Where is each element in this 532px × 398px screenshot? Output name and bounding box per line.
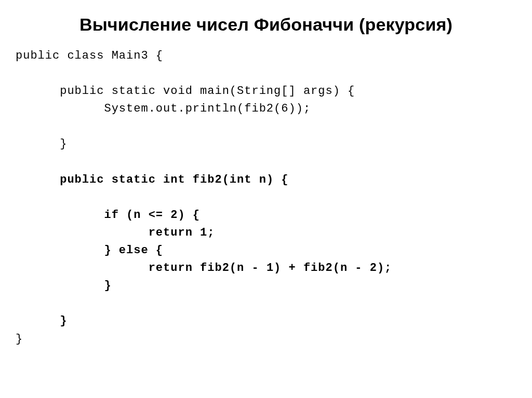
- code-bold: public static int fib2(int n) {: [60, 173, 288, 186]
- code-bold: }: [104, 279, 111, 292]
- slide: Вычисление чисел Фибоначчи (рекурсия) pu…: [0, 0, 532, 398]
- code-indent: [16, 244, 104, 257]
- code-line: public static void main(String[] args) {: [16, 85, 355, 98]
- code-indent: [16, 173, 60, 186]
- code-indent: [16, 209, 104, 222]
- code-line: }: [16, 333, 23, 346]
- code-line: System.out.println(fib2(6));: [16, 102, 311, 115]
- code-bold: if (n <= 2) {: [104, 209, 200, 222]
- code-indent: [16, 279, 104, 292]
- code-indent: [16, 262, 149, 275]
- code-line: public class Main3 {: [16, 49, 163, 62]
- code-bold: return 1;: [149, 226, 215, 239]
- code-indent: [16, 314, 60, 327]
- code-bold: return fib2(n - 1) + fib2(n - 2);: [149, 262, 392, 275]
- code-line: }: [16, 138, 67, 150]
- code-indent: [16, 226, 149, 239]
- code-bold: } else {: [104, 244, 163, 257]
- slide-title: Вычисление чисел Фибоначчи (рекурсия): [16, 15, 516, 35]
- code-bold: }: [60, 314, 67, 327]
- code-block: public class Main3 { public static void …: [16, 47, 516, 348]
